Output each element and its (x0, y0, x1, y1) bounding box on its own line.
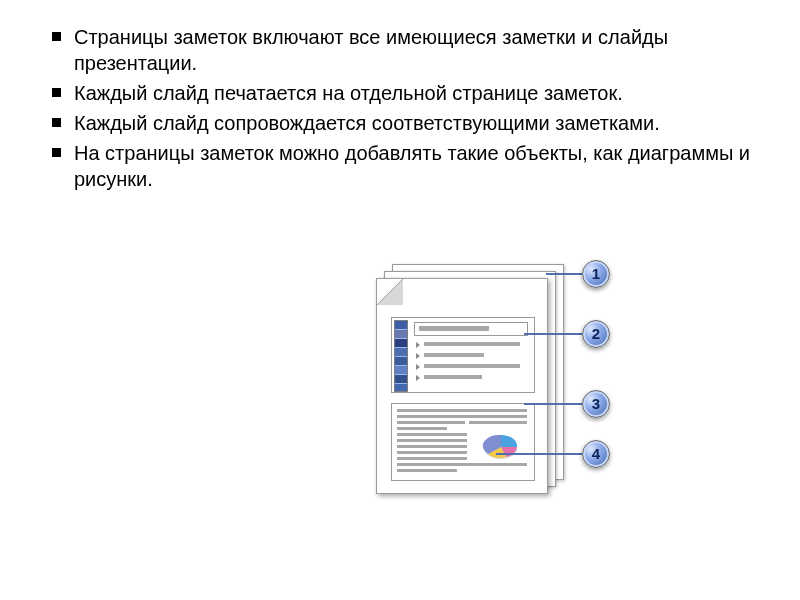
slide-bullet-line (414, 340, 526, 348)
callout-leader (524, 333, 582, 335)
folded-corner-line (377, 279, 403, 305)
slide-title-placeholder (414, 322, 528, 336)
callout-leader (496, 453, 582, 455)
callout-1: 1 (582, 260, 610, 288)
bullet-item: Каждый слайд сопровождается соответствую… (56, 110, 760, 136)
bullet-text: На страницы заметок можно добавлять таки… (74, 142, 750, 190)
bullet-list: Страницы заметок включают все имеющиеся … (56, 24, 760, 192)
callout-3: 3 (582, 390, 610, 418)
bullet-text: Каждый слайд сопровождается соответствую… (74, 112, 660, 134)
callout-4: 4 (582, 440, 610, 468)
bullet-item: На страницы заметок можно добавлять таки… (56, 140, 760, 192)
slide: Страницы заметок включают все имеющиеся … (0, 0, 800, 600)
notes-page (376, 278, 548, 494)
callout-leader (524, 403, 582, 405)
bullet-text: Страницы заметок включают все имеющиеся … (74, 26, 668, 74)
notes-text-area (391, 403, 535, 481)
slide-outline-strip (394, 320, 408, 392)
notes-page-diagram: 1 2 3 4 (364, 264, 664, 514)
slide-bullet-line (414, 351, 526, 359)
bullet-item: Каждый слайд печатается на отдельной стр… (56, 80, 760, 106)
embedded-chart-icon (480, 432, 522, 462)
slide-thumbnail (391, 317, 535, 393)
bullet-text: Каждый слайд печатается на отдельной стр… (74, 82, 623, 104)
slide-bullet-line (414, 373, 526, 381)
callout-2: 2 (582, 320, 610, 348)
callout-leader (546, 273, 582, 275)
slide-bullet-line (414, 362, 526, 370)
bullet-item: Страницы заметок включают все имеющиеся … (56, 24, 760, 76)
